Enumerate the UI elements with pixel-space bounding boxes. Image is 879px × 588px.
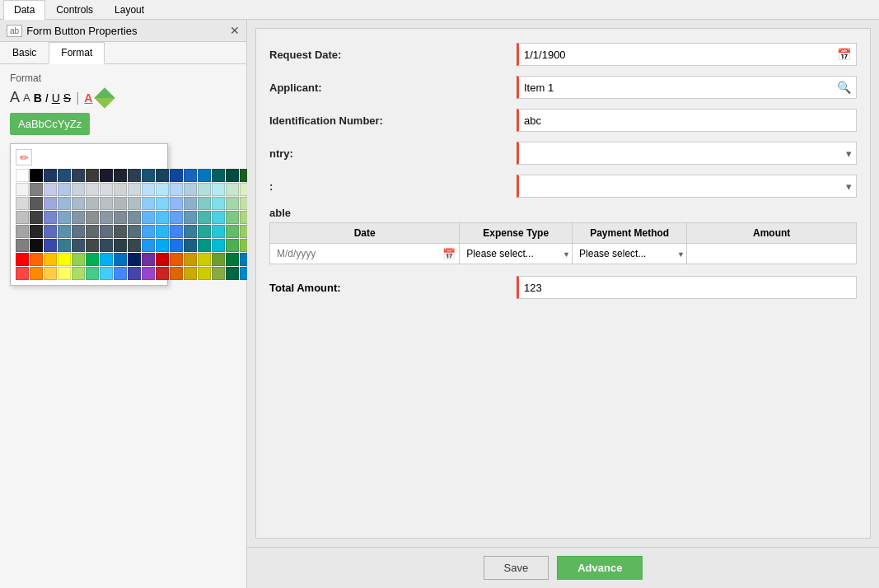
color-cell[interactable] bbox=[128, 239, 141, 252]
color-cell[interactable] bbox=[128, 267, 141, 280]
color-cell[interactable] bbox=[198, 253, 211, 266]
color-cell[interactable] bbox=[58, 253, 71, 266]
color-cell[interactable] bbox=[156, 183, 169, 196]
color-cell[interactable] bbox=[86, 267, 99, 280]
color-cell[interactable] bbox=[44, 183, 57, 196]
color-cell[interactable] bbox=[16, 225, 29, 238]
color-cell[interactable] bbox=[16, 267, 29, 280]
color-cell[interactable] bbox=[212, 169, 225, 182]
request-date-input[interactable] bbox=[519, 46, 832, 63]
font-size-small-A[interactable]: A bbox=[23, 91, 30, 104]
color-cell[interactable] bbox=[30, 211, 43, 224]
color-cell[interactable] bbox=[72, 267, 85, 280]
color-cell[interactable] bbox=[16, 239, 29, 252]
color-cell[interactable] bbox=[226, 183, 239, 196]
color-cell[interactable] bbox=[142, 225, 155, 238]
color-cell[interactable] bbox=[184, 211, 197, 224]
applicant-field[interactable]: 🔍 bbox=[517, 76, 857, 99]
color-cell[interactable] bbox=[100, 267, 113, 280]
color-cell[interactable] bbox=[58, 225, 71, 238]
color-cell[interactable] bbox=[30, 183, 43, 196]
advance-button[interactable]: Advance bbox=[557, 556, 643, 580]
color-cell[interactable] bbox=[198, 239, 211, 252]
tab-data[interactable]: Data bbox=[3, 0, 45, 20]
color-cell[interactable] bbox=[142, 169, 155, 182]
color-cell[interactable] bbox=[170, 197, 183, 210]
color-cell[interactable] bbox=[114, 239, 127, 252]
color-cell[interactable] bbox=[72, 211, 85, 224]
payment-method-select[interactable]: Please select... bbox=[576, 246, 683, 261]
color-cell[interactable] bbox=[156, 211, 169, 224]
color-cell[interactable] bbox=[226, 267, 239, 280]
field5-select-wrapper[interactable] bbox=[517, 175, 857, 198]
color-cell[interactable] bbox=[86, 211, 99, 224]
color-cell[interactable] bbox=[30, 169, 43, 182]
color-cell[interactable] bbox=[184, 197, 197, 210]
color-cell[interactable] bbox=[30, 267, 43, 280]
table-calendar-icon[interactable]: 📅 bbox=[442, 248, 456, 260]
bold-button[interactable]: B bbox=[34, 91, 42, 105]
color-cell[interactable] bbox=[44, 211, 57, 224]
color-cell[interactable] bbox=[226, 197, 239, 210]
color-cell[interactable] bbox=[226, 211, 239, 224]
color-cell[interactable] bbox=[156, 197, 169, 210]
color-cell[interactable] bbox=[86, 239, 99, 252]
color-cell[interactable] bbox=[16, 211, 29, 224]
color-cell[interactable] bbox=[114, 211, 127, 224]
color-cell[interactable] bbox=[58, 267, 71, 280]
color-cell[interactable] bbox=[128, 183, 141, 196]
color-cell[interactable] bbox=[72, 239, 85, 252]
color-cell[interactable] bbox=[30, 239, 43, 252]
color-cell[interactable] bbox=[128, 211, 141, 224]
color-cell[interactable] bbox=[226, 225, 239, 238]
amount-input[interactable] bbox=[690, 246, 853, 261]
color-cell[interactable] bbox=[184, 183, 197, 196]
color-cell[interactable] bbox=[30, 225, 43, 238]
color-cell[interactable] bbox=[128, 197, 141, 210]
color-cell[interactable] bbox=[142, 197, 155, 210]
tab-format[interactable]: Format bbox=[49, 42, 105, 64]
color-cell[interactable] bbox=[16, 197, 29, 210]
color-cell[interactable] bbox=[184, 239, 197, 252]
color-cell[interactable] bbox=[86, 183, 99, 196]
tab-controls[interactable]: Controls bbox=[45, 0, 104, 19]
color-cell[interactable] bbox=[72, 225, 85, 238]
color-cell[interactable] bbox=[86, 253, 99, 266]
color-cell[interactable] bbox=[16, 169, 29, 182]
color-cell[interactable] bbox=[128, 169, 141, 182]
color-cell[interactable] bbox=[184, 225, 197, 238]
color-cell[interactable] bbox=[114, 225, 127, 238]
color-cell[interactable] bbox=[170, 253, 183, 266]
color-cell[interactable] bbox=[198, 267, 211, 280]
color-cell[interactable] bbox=[100, 239, 113, 252]
total-amount-input[interactable] bbox=[517, 276, 857, 299]
color-cell[interactable] bbox=[170, 239, 183, 252]
field5-select[interactable] bbox=[517, 175, 857, 198]
color-cell[interactable] bbox=[142, 239, 155, 252]
color-cell[interactable] bbox=[58, 239, 71, 252]
color-cell[interactable] bbox=[184, 267, 197, 280]
color-cell[interactable] bbox=[226, 239, 239, 252]
color-cell[interactable] bbox=[86, 225, 99, 238]
color-cell[interactable] bbox=[142, 267, 155, 280]
search-icon[interactable]: 🔍 bbox=[832, 81, 856, 94]
calendar-icon[interactable]: 📅 bbox=[832, 48, 856, 61]
color-cell[interactable] bbox=[86, 197, 99, 210]
color-cell[interactable] bbox=[156, 225, 169, 238]
tab-layout[interactable]: Layout bbox=[104, 0, 155, 19]
font-size-large-A[interactable]: A bbox=[10, 89, 20, 106]
color-cell[interactable] bbox=[198, 197, 211, 210]
color-cell[interactable] bbox=[128, 225, 141, 238]
color-cell[interactable] bbox=[114, 169, 127, 182]
country-select[interactable] bbox=[517, 142, 857, 165]
color-cell[interactable] bbox=[226, 169, 239, 182]
color-cell[interactable] bbox=[156, 253, 169, 266]
color-cell[interactable] bbox=[72, 197, 85, 210]
strikethrough-button[interactable]: S bbox=[63, 91, 71, 105]
color-cell[interactable] bbox=[114, 183, 127, 196]
color-cell[interactable] bbox=[170, 267, 183, 280]
color-cell[interactable] bbox=[44, 253, 57, 266]
color-cell[interactable] bbox=[58, 183, 71, 196]
color-cell[interactable] bbox=[184, 253, 197, 266]
color-cell[interactable] bbox=[72, 169, 85, 182]
